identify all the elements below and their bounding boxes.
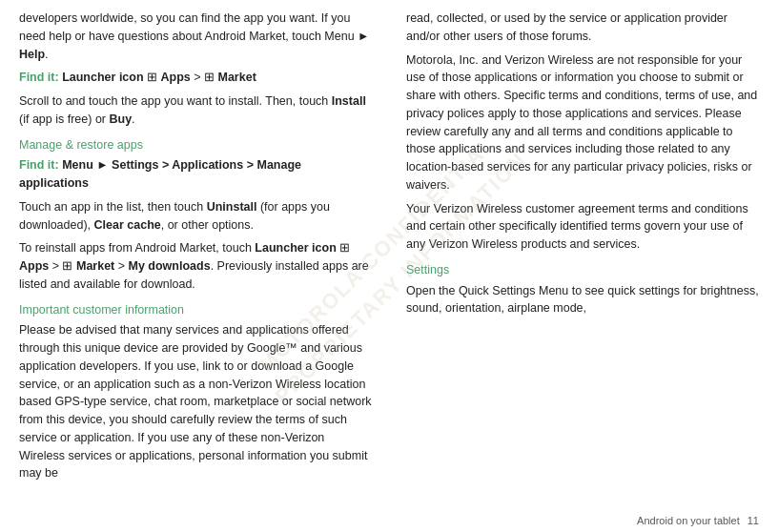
findit2-settings: Settings <box>112 158 158 172</box>
ici-para: Please be advised that many services and… <box>19 321 372 482</box>
reinstall-text1: To reinstall apps from Android Market, t… <box>19 241 255 255</box>
findit2-applications: Applications <box>172 158 243 172</box>
uninstall-label: Uninstall <box>207 200 257 214</box>
reinstall-arrow2: > <box>114 259 128 273</box>
apps-label: Apps <box>19 259 49 273</box>
intro-help: Help. <box>19 48 49 61</box>
findit1-apps-label: Apps <box>161 71 191 84</box>
scroll-text3: . <box>132 113 134 126</box>
section-manage-heading: Manage & restore apps <box>19 136 372 154</box>
right-para1: read, collected, or used by the service … <box>406 10 759 46</box>
section-ici-heading: Important customer information <box>19 301 372 319</box>
findit2-para: Find it: Menu ► Settings > Applications … <box>19 156 372 193</box>
footer-left-text: Android on your tablet <box>637 515 740 526</box>
touch-text3: , or other options. <box>161 218 254 232</box>
clear-cache-label: Clear cache <box>94 218 161 232</box>
right-column: read, collected, or used by the service … <box>389 10 759 501</box>
left-column: developers worldwide, so you can find th… <box>19 10 389 501</box>
settings-para: Open the Quick Settings Menu to see quic… <box>406 282 759 318</box>
reinstall-arrow: > ⊞ <box>49 259 76 273</box>
scroll-para: Scroll to and touch the app you want to … <box>19 92 372 129</box>
page-container: MOTOROLA CONFIDENTIAL PROPRIETARY INFORM… <box>0 0 778 532</box>
buy-label: Buy <box>109 113 132 126</box>
reinstall-para: To reinstall apps from Android Market, t… <box>19 239 372 293</box>
section-settings-heading: Settings <box>406 261 759 279</box>
launcher-icon-label: Launcher icon <box>255 241 336 255</box>
intro-para: developers worldwide, so you can find th… <box>19 10 372 63</box>
findit2-menu: Menu ► <box>62 158 112 172</box>
reinstall-icon1: ⊞ <box>337 241 350 255</box>
findit1-market-label: Market <box>218 71 256 84</box>
install-label: Install <box>332 94 366 108</box>
market-label: Market <box>76 259 114 273</box>
footer-page-number: 11 <box>747 515 759 526</box>
mydownloads-label: My downloads <box>129 259 211 273</box>
findit2-arrow2: > <box>162 158 172 172</box>
content-area: developers worldwide, so you can find th… <box>0 0 778 511</box>
scroll-text2: (if app is free) or <box>19 113 109 126</box>
findit1-label: Find it: <box>19 71 59 84</box>
findit2-label: Find it: <box>19 158 59 172</box>
scroll-text1: Scroll to and touch the app you want to … <box>19 94 332 108</box>
intro-text: developers worldwide, so you can find th… <box>19 11 355 43</box>
findit1-para: Find it: Launcher icon ⊞ Apps > ⊞ Market <box>19 69 372 87</box>
footer: Android on your tablet 11 <box>0 511 778 532</box>
right-para3: Your Verizon Wireless customer agreement… <box>406 200 759 254</box>
touch-text1: Touch an app in the list, then touch <box>19 200 207 214</box>
touch-para: Touch an app in the list, then touch Uni… <box>19 198 372 235</box>
findit1-launcher: Launcher icon <box>62 71 143 84</box>
findit2-arrow3: > <box>247 158 257 172</box>
right-para2: Motorola, Inc. and Verizon Wireless are … <box>406 51 759 194</box>
